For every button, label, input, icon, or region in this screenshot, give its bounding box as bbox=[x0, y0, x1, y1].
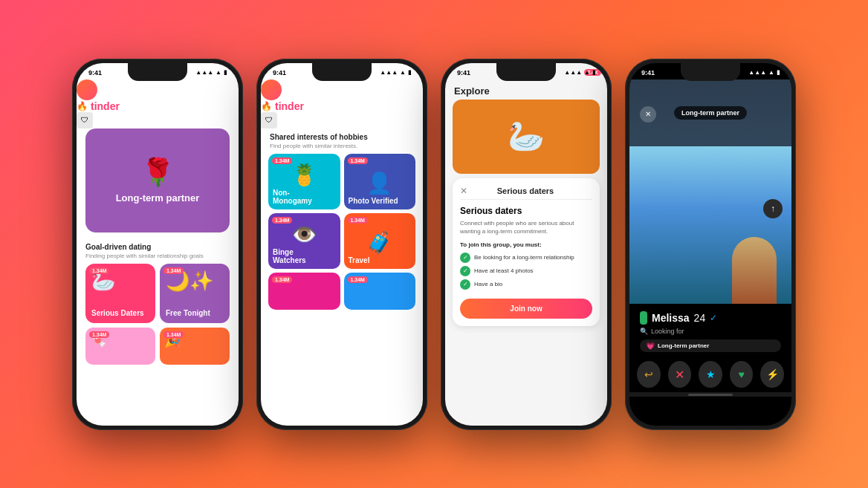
modal-close-btn[interactable]: ✕ bbox=[460, 186, 467, 196]
signal-icon-2: ▲▲▲ bbox=[380, 69, 398, 76]
shield-btn-1[interactable]: 🛡 bbox=[77, 112, 93, 128]
tinder-header-1: 🔥 tinder 🛡 bbox=[77, 79, 239, 128]
tinder-text-2: tinder bbox=[275, 100, 304, 112]
avatar-1[interactable] bbox=[77, 79, 97, 100]
boost-button[interactable]: ⚡ bbox=[760, 361, 784, 388]
photo-verified-card[interactable]: 1.34M 👤 Photo Verified bbox=[344, 154, 416, 209]
profile-name-row: Melissa 24 ✓ bbox=[640, 311, 781, 325]
phone-1-screen: 9:41 ▲▲▲ ▲ ▮ 🔥 tinder 🛡 🌹 Long-term part… bbox=[77, 63, 239, 426]
profile-name: Melissa bbox=[652, 312, 690, 324]
badge-party: 1.34M bbox=[163, 331, 184, 338]
card-extra2[interactable]: 1.34M bbox=[344, 273, 416, 310]
serious-label: Serious Daters bbox=[91, 309, 149, 317]
party-card[interactable]: 1.34M 🎉 bbox=[160, 328, 230, 365]
bw-emoji: 👁️ bbox=[273, 222, 336, 247]
notch-1 bbox=[128, 63, 187, 81]
modal-header: ✕ Serious daters bbox=[460, 186, 592, 200]
status-icons-2: ▲▲▲ ▲ ▮ bbox=[380, 69, 411, 76]
pv-emoji: 👤 bbox=[349, 171, 412, 195]
explore-header: Explore bbox=[445, 79, 607, 100]
travel-card[interactable]: 1.34M 🧳 Travel bbox=[344, 213, 416, 269]
scroll-up-btn[interactable]: ↑ bbox=[763, 199, 783, 218]
profile-age: 24 bbox=[694, 312, 706, 324]
serious-daters-card[interactable]: 1.34M 🦢 Serious Daters bbox=[85, 264, 155, 323]
signal-icon-4: ▲▲▲ bbox=[748, 69, 766, 76]
phone-3: 9:41 ▲▲▲ ▲ ▮ Explore 2.4K 🦢 ✕ Serious da… bbox=[441, 59, 612, 430]
search-icon-profile: 🔍 bbox=[640, 328, 648, 335]
non-monogamy-card[interactable]: 1.34M 🍍 Non-Monogamy bbox=[268, 154, 340, 209]
notch-3 bbox=[496, 63, 556, 81]
badge-e1: 1.34M bbox=[272, 276, 292, 283]
section-title-1: Goal-driven dating bbox=[77, 238, 239, 253]
modal-body-title: Serious daters bbox=[460, 206, 592, 216]
hero-orange-emoji: 🦢 bbox=[508, 119, 545, 154]
badge-e2: 1.34M bbox=[348, 276, 368, 283]
check-item-3: ✓ Have a bio bbox=[460, 279, 592, 290]
signal-icon-3: ▲▲▲ bbox=[564, 69, 582, 76]
modal-header-title: Serious daters bbox=[497, 186, 554, 195]
grid-row3-2: 1.34M 1.34M bbox=[261, 273, 423, 310]
phone-4: 9:41 ▲▲▲ ▲ ▮ ✕ Long-term partner ↑ Melis… bbox=[625, 59, 796, 430]
rewind-icon: ↩ bbox=[644, 368, 653, 380]
person-silhouette bbox=[732, 237, 777, 304]
profile-close-btn[interactable]: ✕ bbox=[640, 106, 656, 123]
status-icons-3: ▲▲▲ ▲ ▮ bbox=[564, 69, 595, 76]
wifi-icon-3: ▲ bbox=[584, 69, 590, 76]
action-buttons: ↩ ✕ ★ ♥ ⚡ bbox=[629, 357, 791, 392]
phone-2-screen: 9:41 ▲▲▲ ▲ ▮ 🔥 tinder 🛡 Shared interests… bbox=[261, 63, 423, 426]
avatar-2[interactable] bbox=[261, 79, 282, 100]
modal-card: ✕ Serious daters Serious daters Connect … bbox=[453, 178, 600, 326]
check-icon-2: ✓ bbox=[460, 266, 470, 276]
online-indicator bbox=[640, 311, 647, 325]
candy-card[interactable]: 1.34M 🍬 bbox=[85, 328, 155, 365]
hero-emoji-1: 🌹 bbox=[141, 157, 175, 188]
status-icons-1: ▲▲▲ ▲ ▮ bbox=[195, 69, 227, 76]
binge-watchers-card[interactable]: 1.34M 👁️ BingeWatchers bbox=[268, 213, 340, 269]
battery-icon-4: ▮ bbox=[777, 69, 780, 76]
badge-free: 1.34M bbox=[163, 267, 184, 274]
verified-icon: ✓ bbox=[710, 313, 717, 323]
time-3: 9:41 bbox=[457, 69, 470, 77]
shield-btn-2[interactable]: 🛡 bbox=[261, 112, 277, 128]
travel-label: Travel bbox=[349, 256, 412, 264]
grid-2col-1: 1.34M 🦢 Serious Daters 1.34M 🌙✨ Free Ton… bbox=[77, 264, 239, 323]
badge-pv: 1.34M bbox=[348, 157, 368, 164]
grid-row1-2: 1.34M 🍍 Non-Monogamy 1.34M 👤 Photo Verif… bbox=[261, 154, 423, 209]
phones-container: 9:41 ▲▲▲ ▲ ▮ 🔥 tinder 🛡 🌹 Long-term part… bbox=[57, 44, 811, 445]
badge-bw: 1.34M bbox=[272, 217, 292, 224]
join-now-button[interactable]: Join now bbox=[460, 299, 592, 319]
bw-label: BingeWatchers bbox=[273, 248, 336, 264]
home-bar-4 bbox=[688, 394, 733, 396]
time-2: 9:41 bbox=[273, 69, 286, 77]
free-tonight-card[interactable]: 1.34M 🌙✨ Free Tonight bbox=[160, 264, 230, 323]
bottom-row-1: 1.34M 🍬 1.34M 🎉 bbox=[77, 328, 239, 365]
profile-info: Melissa 24 ✓ 🔍 Looking for 💗 Long-term p… bbox=[629, 304, 791, 357]
battery-icon-1: ▮ bbox=[224, 69, 227, 76]
badge-serious: 1.34M bbox=[89, 267, 109, 274]
badge-candy: 1.34M bbox=[89, 331, 109, 338]
section-sub-1: Finding people with similar relationship… bbox=[77, 253, 239, 264]
long-term-badge: Long-term partner bbox=[674, 106, 747, 120]
modal-body-desc: Connect with people who are serious abou… bbox=[460, 219, 592, 235]
superlike-button[interactable]: ★ bbox=[699, 361, 722, 388]
check-item-1: ✓ Be looking for a long-term relationshi… bbox=[460, 253, 592, 263]
nm-label: Non-Monogamy bbox=[273, 189, 336, 205]
rewind-button[interactable]: ↩ bbox=[637, 361, 661, 388]
grid-row2-2: 1.34M 👁️ BingeWatchers 1.34M 🧳 Travel bbox=[261, 213, 423, 269]
phone-3-screen: 9:41 ▲▲▲ ▲ ▮ Explore 2.4K 🦢 ✕ Serious da… bbox=[445, 63, 607, 426]
dislike-button[interactable]: ✕ bbox=[668, 361, 692, 388]
flame-icon-2: 🔥 bbox=[261, 101, 272, 111]
flame-icon-1: 🔥 bbox=[77, 101, 88, 111]
card-extra1[interactable]: 1.34M bbox=[268, 273, 340, 310]
wifi-icon-1: ▲ bbox=[216, 69, 221, 76]
pv-label: Photo Verified bbox=[349, 197, 412, 205]
hero-card-1[interactable]: 🌹 Long-term partner bbox=[85, 128, 230, 232]
like-button[interactable]: ♥ bbox=[730, 361, 754, 388]
check-item-2: ✓ Have at least 4 photos bbox=[460, 266, 592, 276]
free-label: Free Tonight bbox=[166, 309, 224, 317]
looking-for-label: Looking for bbox=[651, 328, 684, 335]
tinder-logo-1: 🔥 tinder bbox=[77, 100, 239, 112]
travel-emoji: 🧳 bbox=[349, 230, 412, 255]
phone-1: 9:41 ▲▲▲ ▲ ▮ 🔥 tinder 🛡 🌹 Long-term part… bbox=[72, 59, 243, 430]
heart-icon: ♥ bbox=[738, 368, 744, 380]
